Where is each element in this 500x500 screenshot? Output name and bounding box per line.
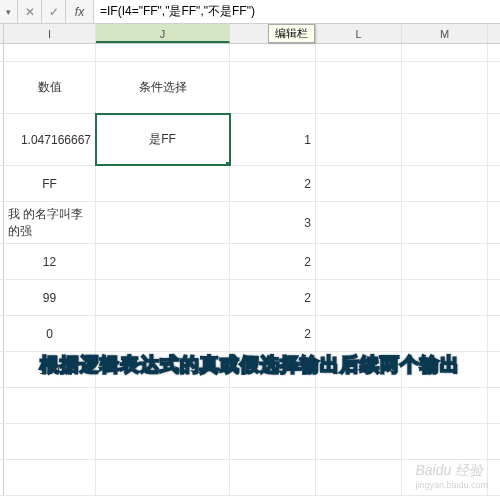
cell[interactable] — [402, 244, 488, 279]
cell[interactable] — [96, 460, 230, 495]
cell[interactable]: 数值 — [4, 62, 96, 113]
cell[interactable] — [316, 62, 402, 113]
video-caption: 根据逻辑表达式的真或假选择输出后续两个输出 — [0, 352, 500, 378]
cell[interactable] — [316, 460, 402, 495]
cancel-icon[interactable]: ✕ — [18, 0, 42, 23]
fx-icon[interactable]: fx — [66, 0, 94, 23]
name-box-dropdown-icon[interactable]: ▾ — [0, 0, 18, 23]
cell[interactable]: 条件选择 — [96, 62, 230, 113]
cell[interactable] — [316, 244, 402, 279]
cell[interactable]: 是FF — [96, 114, 230, 165]
cell[interactable]: 2 — [230, 316, 316, 351]
cell[interactable] — [402, 44, 488, 61]
cell[interactable] — [230, 460, 316, 495]
column-headers: I J K L M — [0, 24, 500, 44]
cell[interactable] — [402, 280, 488, 315]
cell[interactable] — [316, 316, 402, 351]
cell[interactable] — [96, 202, 230, 243]
cell[interactable] — [96, 316, 230, 351]
watermark-main: Baidu 经验 — [415, 462, 483, 478]
cell[interactable] — [4, 44, 96, 61]
cell[interactable]: 3 — [230, 202, 316, 243]
cell[interactable] — [230, 62, 316, 113]
cell[interactable] — [4, 460, 96, 495]
spreadsheet-grid[interactable]: 数值条件选择1.047166667是FF1FF2我 的名字叫李的强3122992… — [0, 44, 500, 496]
cell[interactable] — [316, 424, 402, 459]
confirm-icon[interactable]: ✓ — [42, 0, 66, 23]
formula-bar: ▾ ✕ ✓ fx — [0, 0, 500, 24]
cell[interactable] — [402, 166, 488, 201]
col-header-J[interactable]: J — [96, 24, 230, 43]
fill-handle[interactable] — [226, 162, 230, 165]
cell[interactable]: FF — [4, 166, 96, 201]
col-header-M[interactable]: M — [402, 24, 488, 43]
cell[interactable]: 2 — [230, 166, 316, 201]
watermark: Baidu 经验 jingyan.baidu.com — [415, 462, 488, 490]
formula-input[interactable] — [94, 0, 500, 23]
cell[interactable] — [316, 166, 402, 201]
cell[interactable] — [96, 166, 230, 201]
cell[interactable] — [96, 388, 230, 423]
col-header-I[interactable]: I — [4, 24, 96, 43]
cell[interactable] — [402, 114, 488, 165]
formula-bar-tooltip: 编辑栏 — [268, 24, 315, 43]
cell[interactable] — [4, 424, 96, 459]
cell[interactable]: 1 — [230, 114, 316, 165]
cell[interactable]: 12 — [4, 244, 96, 279]
cell[interactable] — [316, 280, 402, 315]
watermark-sub: jingyan.baidu.com — [415, 480, 488, 490]
cell[interactable]: 2 — [230, 244, 316, 279]
cell[interactable] — [316, 202, 402, 243]
cell[interactable] — [4, 388, 96, 423]
cell[interactable]: 2 — [230, 280, 316, 315]
cell[interactable] — [230, 44, 316, 61]
cell[interactable] — [316, 388, 402, 423]
cell[interactable] — [316, 114, 402, 165]
col-header-L[interactable]: L — [316, 24, 402, 43]
cell[interactable] — [96, 244, 230, 279]
cell[interactable] — [402, 202, 488, 243]
cell[interactable] — [96, 424, 230, 459]
cell[interactable] — [402, 388, 488, 423]
cell[interactable] — [230, 424, 316, 459]
cell[interactable] — [316, 44, 402, 61]
cell[interactable]: 0 — [4, 316, 96, 351]
cell[interactable]: 我 的名字叫李的强 — [4, 202, 96, 243]
cell[interactable] — [230, 388, 316, 423]
cell[interactable]: 99 — [4, 280, 96, 315]
cell[interactable] — [402, 424, 488, 459]
cell[interactable]: 1.047166667 — [4, 114, 96, 165]
cell[interactable] — [402, 62, 488, 113]
cell[interactable] — [96, 44, 230, 61]
cell[interactable] — [402, 316, 488, 351]
cell[interactable] — [96, 280, 230, 315]
